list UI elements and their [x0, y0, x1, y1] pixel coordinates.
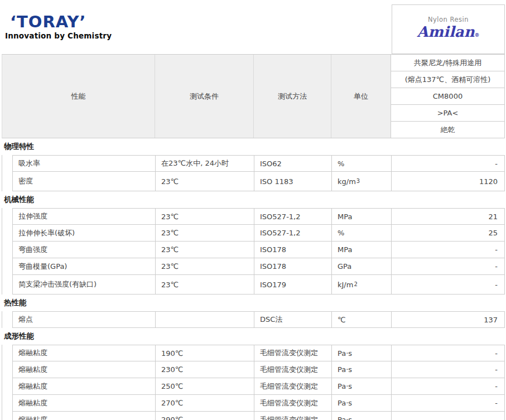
product-material-code: >PA<	[391, 105, 504, 122]
table-row: 吸水率在23℃水中, 24小时ISO62%-	[2, 155, 505, 172]
test-condition: 23℃	[155, 208, 254, 225]
unit: %	[331, 225, 391, 242]
test-condition: 250℃	[155, 378, 254, 395]
section-title: 物理特性	[0, 138, 506, 155]
toray-tagline: Innovation by Chemistry	[5, 31, 112, 40]
spec-table-body: 物理特性吸水率在23℃水中, 24小时ISO62%-密度23℃ISO 1183k…	[0, 138, 506, 420]
test-condition: 23℃	[155, 275, 254, 295]
value: 21	[391, 208, 505, 225]
section-rows: 吸水率在23℃水中, 24小时ISO62%-密度23℃ISO 1183kg/m3…	[2, 155, 505, 191]
registered-mark: ®	[475, 32, 480, 38]
property-name: 吸水率	[12, 155, 155, 172]
row-spacer	[2, 275, 12, 295]
test-method: ISO527-1,2	[254, 225, 331, 242]
value: -	[391, 412, 505, 420]
product-info-column: 共聚尼龙/特殊用途用 (熔点137℃、酒精可溶性) CM8000 >PA< 絶乾	[391, 55, 505, 138]
test-method: DSC法	[254, 311, 331, 328]
unit: %	[331, 155, 391, 172]
value: -	[391, 258, 505, 275]
test-condition: 190℃	[155, 345, 254, 361]
test-condition: 23℃	[155, 242, 254, 258]
value: -	[391, 361, 505, 378]
row-spacer	[2, 225, 12, 242]
col-header-property: 性能	[2, 55, 155, 138]
section-title: 热性能	[0, 295, 506, 311]
section-title: 成形性能	[0, 328, 506, 345]
value: -	[391, 275, 505, 295]
row-spacer	[2, 378, 12, 395]
property-name: 熔融粘度	[12, 395, 155, 412]
unit: MPa	[331, 242, 391, 258]
row-spacer	[2, 412, 12, 420]
table-row: 熔融粘度190℃毛细管流变仪测定Pa·s-	[2, 345, 505, 361]
product-category-label: Nylon Resin	[428, 16, 469, 23]
property-name: 熔融粘度	[12, 345, 155, 361]
product-note-label: (熔点137℃、酒精可溶性)	[391, 71, 504, 88]
section-rows: 熔融粘度190℃毛细管流变仪测定Pa·s-熔融粘度230℃毛细管流变仪测定Pa·…	[2, 345, 505, 420]
value: 25	[391, 225, 505, 242]
product-type-label: 共聚尼龙/特殊用途用	[391, 55, 504, 71]
test-condition: 230℃	[155, 361, 254, 378]
table-row: 熔融粘度230℃毛细管流变仪测定Pa·s-	[2, 361, 505, 378]
test-condition: 270℃	[155, 395, 254, 412]
test-method: ISO178	[254, 258, 331, 275]
table-row: 弯曲模量(GPa)23℃ISO178GPa-	[2, 258, 505, 275]
test-method: 毛细管流变仪测定	[254, 361, 331, 378]
test-method: ISO178	[254, 242, 331, 258]
property-name: 简支梁冲击强度(有缺口)	[12, 275, 155, 295]
table-row: 拉伸强度23℃ISO527-1,2MPa21	[2, 208, 505, 225]
table-row: 简支梁冲击强度(有缺口)23℃ISO179kJ/m2-	[2, 275, 505, 295]
unit: ℃	[331, 311, 391, 328]
datasheet-page: ‘TORAY’ Innovation by Chemistry Nylon Re…	[0, 0, 506, 420]
table-row: 熔融粘度290℃毛细管流变仪测定Pa·s-	[2, 412, 505, 420]
amilan-logo: Amilan®	[417, 23, 479, 44]
unit: GPa	[331, 258, 391, 275]
product-brand-box: Nylon Resin Amilan®	[392, 4, 505, 54]
unit: Pa·s	[331, 412, 391, 420]
unit: Pa·s	[331, 345, 391, 361]
value: -	[391, 242, 505, 258]
test-method: ISO62	[254, 155, 331, 172]
value: -	[391, 378, 505, 395]
property-name: 熔融粘度	[12, 378, 155, 395]
test-condition: 23℃	[155, 258, 254, 275]
value: 137	[391, 311, 505, 328]
property-name: 弯曲强度	[12, 242, 155, 258]
unit: MPa	[331, 208, 391, 225]
product-state-label: 絶乾	[391, 122, 504, 138]
value: -	[391, 155, 505, 172]
row-spacer	[2, 345, 12, 361]
col-header-condition: 测试条件	[155, 55, 254, 138]
row-spacer	[2, 208, 12, 225]
property-name: 熔点	[12, 311, 155, 328]
section-title: 机械性能	[0, 191, 506, 208]
value: -	[391, 395, 505, 412]
table-row: 弯曲强度23℃ISO178MPa-	[2, 242, 505, 258]
test-method: 毛细管流变仪测定	[254, 378, 331, 395]
test-condition: 290℃	[155, 412, 254, 420]
test-condition: 在23℃水中, 24小时	[155, 155, 254, 172]
test-method: 毛细管流变仪测定	[254, 395, 331, 412]
unit: Pa·s	[331, 378, 391, 395]
unit: kJ/m2	[331, 275, 391, 295]
table-row: 熔融粘度270℃毛细管流变仪测定Pa·s-	[2, 395, 505, 412]
property-name: 拉伸伸长率(破坏)	[12, 225, 155, 242]
table-row: 熔点DSC法℃137	[2, 311, 505, 328]
unit: kg/m3	[331, 172, 391, 191]
amilan-logo-text: Amilan	[417, 23, 474, 40]
section-rows: 拉伸强度23℃ISO527-1,2MPa21拉伸伸长率(破坏)23℃ISO527…	[2, 208, 505, 295]
top-banner: ‘TORAY’ Innovation by Chemistry Nylon Re…	[0, 0, 506, 54]
section-rows: 熔点DSC法℃137	[2, 311, 505, 328]
row-spacer	[2, 311, 12, 328]
table-row: 熔融粘度250℃毛细管流变仪测定Pa·s-	[2, 378, 505, 395]
row-spacer	[2, 395, 12, 412]
row-spacer	[2, 242, 12, 258]
test-method: ISO 1183	[254, 172, 331, 191]
col-header-unit: 单位	[331, 55, 391, 138]
property-name: 密度	[12, 172, 155, 191]
spec-table-header: 性能 测试条件 测试方法 单位 共聚尼龙/特殊用途用 (熔点137℃、酒精可溶性…	[2, 54, 505, 138]
test-method: ISO179	[254, 275, 331, 295]
value: 1120	[391, 172, 505, 191]
property-name: 弯曲模量(GPa)	[12, 258, 155, 275]
property-name: 拉伸强度	[12, 208, 155, 225]
